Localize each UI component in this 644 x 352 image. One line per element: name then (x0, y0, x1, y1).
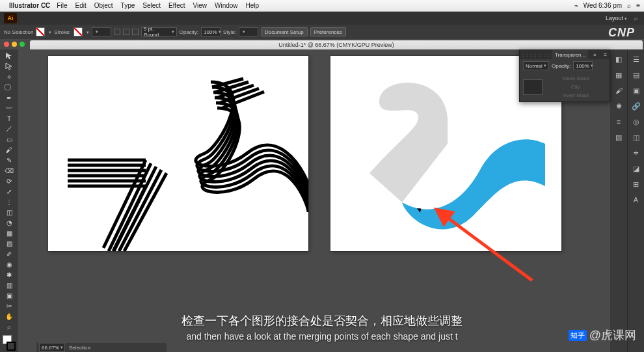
clip-checkbox[interactable]: Clip (545, 83, 606, 91)
menu-type[interactable]: Type (121, 2, 135, 9)
free-transform-tool-icon[interactable]: ◫ (2, 207, 16, 217)
type-tool-icon[interactable]: T (2, 113, 16, 124)
direct-selection-tool-icon[interactable] (2, 61, 16, 72)
menu-effect[interactable]: Effect (168, 2, 185, 9)
symbols-panel-icon[interactable]: ✱ (613, 100, 624, 112)
artboards-panel-icon[interactable]: ▣ (630, 85, 642, 96)
stroke-swatch[interactable] (74, 27, 83, 36)
brush-definition[interactable]: 5 pt. Round (141, 27, 177, 36)
transform-panel-icon[interactable]: ⊞ (630, 178, 642, 190)
zoom-window-icon[interactable] (20, 42, 25, 47)
mesh-tool-icon[interactable]: ▦ (2, 228, 16, 238)
menu-edit[interactable]: Edit (75, 2, 86, 9)
artboard-tool-icon[interactable]: ▣ (2, 290, 16, 301)
pathfinder-panel-icon[interactable]: ◪ (630, 163, 642, 174)
eyedropper-tool-icon[interactable]: ✐ (2, 249, 16, 259)
stroke-dropdown[interactable] (85, 29, 89, 35)
macos-menu-bar: Illustrator CC File Edit Object Type Sel… (0, 0, 644, 12)
menu-help[interactable]: Help (246, 2, 260, 9)
magic-wand-tool-icon[interactable]: ✧ (2, 72, 16, 82)
symbol-sprayer-tool-icon[interactable]: ✱ (2, 269, 16, 280)
pencil-tool-icon[interactable]: ✎ (2, 155, 16, 165)
swatches-panel-icon[interactable]: ▦ (613, 69, 624, 81)
rectangle-tool-icon[interactable]: ▭ (2, 134, 16, 144)
scale-tool-icon[interactable]: ⤢ (2, 186, 16, 196)
align-panel-icon[interactable]: ≑ (630, 147, 642, 159)
fill-dropdown[interactable] (47, 29, 51, 35)
stroke-weight-input[interactable] (92, 27, 111, 36)
eraser-tool-icon[interactable]: ⌫ (2, 165, 16, 176)
stroke-profile-dash-1[interactable] (114, 29, 120, 35)
menu-select[interactable]: Select (142, 2, 161, 9)
blend-tool-icon[interactable]: ◉ (2, 259, 16, 269)
status-bar: 66.67% Selection (36, 343, 167, 352)
menu-icon[interactable]: ≡ (636, 2, 640, 9)
blend-mode-dropdown[interactable]: Normal (523, 61, 549, 70)
selection-tool-icon[interactable] (2, 51, 16, 61)
style-label: Style: (223, 29, 236, 35)
panel-menu-icon[interactable]: ≡ (601, 52, 610, 58)
app-name[interactable]: Illustrator CC (9, 2, 50, 9)
transparency-tab[interactable]: Transparen... (552, 50, 588, 59)
transparency-panel[interactable]: : : : : : : : Transparen... « ≡ Normal O… (519, 49, 610, 102)
stroke-panel-icon[interactable]: ≡ (613, 116, 624, 128)
transparency-thumbnail[interactable] (523, 79, 543, 95)
graphic-styles-panel-icon[interactable]: ◫ (630, 131, 642, 143)
stroke-indicator[interactable] (7, 342, 16, 351)
brushes-panel-icon[interactable]: 🖌 (613, 85, 624, 96)
close-window-icon[interactable] (4, 42, 9, 47)
style-dropdown[interactable] (239, 27, 258, 36)
panel-drag-handle[interactable]: : : : : : : : (520, 52, 552, 58)
pen-tool-icon[interactable]: ✒ (2, 92, 16, 103)
document-tab[interactable]: Untitled-1* @ 66.67% (CMYK/GPU Preview) (30, 40, 643, 49)
menu-view[interactable]: View (193, 2, 207, 9)
selection-status: No Selection (4, 29, 33, 35)
curvature-tool-icon[interactable]: 〰 (2, 103, 16, 113)
make-mask-button[interactable]: Make Mask (545, 74, 606, 83)
right-panel-strip-b: ☰ ▤ ▣ 🔗 ◎ ◫ ≑ ◪ ⊞ A (627, 49, 644, 352)
width-tool-icon[interactable]: ⋮ (2, 196, 16, 207)
battery-icon[interactable]: ⌁ (574, 2, 578, 9)
shape-builder-tool-icon[interactable]: ◔ (2, 217, 16, 228)
stroke-label: Stroke: (54, 29, 70, 35)
properties-panel-icon[interactable]: ☰ (630, 53, 642, 65)
minimize-window-icon[interactable] (12, 42, 17, 47)
illustrator-app-bar: Ai Layout ⌕ (0, 12, 644, 25)
brush-tool-icon[interactable]: 🖌 (2, 144, 16, 155)
slice-tool-icon[interactable]: ✂ (2, 301, 16, 311)
links-panel-icon[interactable]: 🔗 (630, 100, 642, 112)
gradient-panel-icon[interactable]: ▨ (613, 131, 624, 143)
lasso-tool-icon[interactable]: ⃝ (2, 82, 16, 92)
graph-tool-icon[interactable]: ▥ (2, 280, 16, 290)
layers-panel-icon[interactable]: ▤ (630, 69, 642, 81)
brand-watermark: CNP (608, 26, 635, 40)
color-panel-icon[interactable]: ◧ (613, 53, 624, 65)
line-tool-icon[interactable]: ／ (2, 124, 16, 134)
opacity-input[interactable]: 100% (201, 27, 221, 36)
character-panel-icon[interactable]: A (630, 194, 642, 206)
appearance-panel-icon[interactable]: ◎ (630, 116, 642, 128)
spotlight-icon[interactable]: ⌕ (627, 2, 631, 9)
search-icon[interactable]: ⌕ (631, 14, 640, 23)
rotate-tool-icon[interactable]: ⟳ (2, 176, 16, 186)
clock[interactable]: Wed 6:36 pm (584, 2, 622, 9)
workspace-switcher[interactable]: Layout (606, 15, 627, 21)
fill-swatch[interactable] (36, 27, 45, 36)
panel-opacity-input[interactable]: 100% (573, 61, 593, 70)
menu-file[interactable]: File (57, 2, 67, 9)
site-credit: @虎课网 (589, 327, 636, 343)
stroke-profile-dash-2[interactable] (123, 29, 129, 35)
menu-window[interactable]: Window (215, 2, 238, 9)
document-setup-button[interactable]: Document Setup (261, 27, 308, 36)
document-tab-bar: Untitled-1* @ 66.67% (CMYK/GPU Preview) (0, 39, 644, 49)
invert-mask-checkbox[interactable]: Invert Mask (545, 91, 606, 100)
panel-opacity-label: Opacity: (552, 63, 570, 69)
zoom-level[interactable]: 66.67% (39, 343, 65, 352)
artboard-1[interactable] (48, 56, 308, 251)
panel-collapse-icon[interactable]: « (591, 52, 598, 58)
preferences-button[interactable]: Preferences (310, 27, 346, 36)
menu-object[interactable]: Object (94, 2, 113, 9)
gradient-tool-icon[interactable]: ▨ (2, 238, 16, 249)
svg-line-0 (444, 215, 532, 280)
stroke-profile-dash-3[interactable] (132, 29, 139, 35)
